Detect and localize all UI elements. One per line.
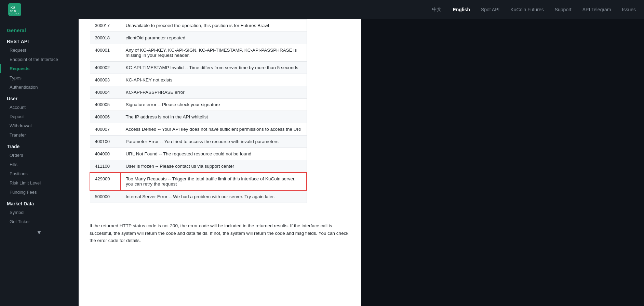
sidebar-item-withdrawal[interactable]: Withdrawal <box>0 121 78 130</box>
sidebar-item-positions[interactable]: Positions <box>0 169 78 178</box>
error-message: Unavailable to proceed the operation, th… <box>121 20 307 32</box>
error-message: clientOid parameter repeated <box>121 32 307 44</box>
error-code: 429000 <box>90 173 121 190</box>
right-dark-area <box>361 19 644 306</box>
error-message: Any of KC-API-KEY, KC-API-SIGN, KC-API-T… <box>121 44 307 62</box>
nav-api-telegram[interactable]: API Telegram <box>582 7 611 12</box>
main-layout: GeneralREST APIRequestEndpoint of the In… <box>0 19 644 306</box>
content-inner: 300017Unavailable to proceed the operati… <box>79 19 318 222</box>
sidebar-item-symbol[interactable]: Symbol <box>0 208 78 217</box>
table-row: 400100Parameter Error -- You tried to ac… <box>90 136 307 148</box>
table-row: 400001Any of KC-API-KEY, KC-API-SIGN, KC… <box>90 44 307 62</box>
error-code: 400100 <box>90 136 121 148</box>
svg-text:FUTURES: FUTURES <box>10 13 19 15</box>
error-code: 400005 <box>90 99 121 111</box>
kucoin-logo-icon: KU COIN FUTURES <box>8 3 21 16</box>
sidebar-group-market-data: Market Data <box>0 197 78 208</box>
error-code: 400001 <box>90 44 121 62</box>
error-message: Internal Server Error -- We had a proble… <box>121 190 307 203</box>
top-nav: KU COIN FUTURES 中文 English Spot API KuCo… <box>0 0 644 19</box>
sidebar-item-orders[interactable]: Orders <box>0 151 78 160</box>
table-row: 400002KC-API-TIMESTAMP Invalid -- Time d… <box>90 62 307 74</box>
sidebar-section-general: General <box>0 25 78 35</box>
sidebar-item-transfer[interactable]: Transfer <box>0 130 78 140</box>
error-table: 300017Unavailable to proceed the operati… <box>90 19 307 203</box>
error-message: Too Many Requests -- Trigger the total t… <box>121 173 307 190</box>
sidebar-group-user: User <box>0 92 78 103</box>
sidebar-item-get-ticker[interactable]: Get Ticker <box>0 217 78 226</box>
table-row: 400005Signature error -- Please check yo… <box>90 99 307 111</box>
error-code: 404000 <box>90 148 121 160</box>
error-message: Signature error -- Please check your sig… <box>121 99 307 111</box>
error-message: KC-API-TIMESTAMP Invalid -- Time differs… <box>121 62 307 74</box>
error-message: KC-API-KEY not exists <box>121 74 307 86</box>
svg-text:KU: KU <box>11 6 15 9</box>
svg-text:COIN: COIN <box>10 10 16 12</box>
error-code: 500000 <box>90 190 121 203</box>
sidebar-item-account[interactable]: Account <box>0 103 78 112</box>
nav-spot-api[interactable]: Spot API <box>481 7 499 12</box>
sidebar-item-authentication[interactable]: Authentication <box>0 82 78 92</box>
error-message: The IP address is not in the API whiteli… <box>121 111 307 123</box>
table-row: 300017Unavailable to proceed the operati… <box>90 20 307 32</box>
error-code: 400003 <box>90 74 121 86</box>
sidebar-item-deposit[interactable]: Deposit <box>0 112 78 121</box>
error-message: User is frozen -- Please contact us via … <box>121 160 307 173</box>
nav-english[interactable]: English <box>453 7 470 12</box>
table-row: 500000Internal Server Error -- We had a … <box>90 190 307 203</box>
sidebar-item-fills[interactable]: Fills <box>0 160 78 169</box>
sidebar-item-requests[interactable]: Requests <box>0 64 78 73</box>
error-message: KC-API-PASSPHRASE error <box>121 86 307 99</box>
error-code: 411100 <box>90 160 121 173</box>
sidebar-scroll-indicator[interactable]: ▼ <box>0 226 78 239</box>
error-code: 400002 <box>90 62 121 74</box>
sidebar-item-risk-limit-level[interactable]: Risk Limit Level <box>0 178 78 188</box>
error-code: 300017 <box>90 20 121 32</box>
table-row: 400003KC-API-KEY not exists <box>90 74 307 86</box>
nav-kucoin-futures[interactable]: KuCoin Futures <box>510 7 544 12</box>
sidebar-item-request[interactable]: Request <box>0 46 78 55</box>
nav-issues[interactable]: Issues <box>622 7 636 12</box>
table-row: 400004KC-API-PASSPHRASE error <box>90 86 307 99</box>
sidebar-item-types[interactable]: Types <box>0 73 78 82</box>
table-row: 400007Access Denied -- Your API key does… <box>90 123 307 136</box>
table-row: 411100User is frozen -- Please contact u… <box>90 160 307 173</box>
error-message: Access Denied -- Your API key does not h… <box>121 123 307 136</box>
logo-area: KU COIN FUTURES <box>8 3 21 16</box>
error-message: Parameter Error -- You tried to access t… <box>121 136 307 148</box>
error-code: 400004 <box>90 86 121 99</box>
nav-support[interactable]: Support <box>555 7 572 12</box>
sidebar-item-funding-fees[interactable]: Funding Fees <box>0 188 78 197</box>
content-area: 300017Unavailable to proceed the operati… <box>79 19 361 306</box>
error-code: 400007 <box>90 123 121 136</box>
error-code: 400006 <box>90 111 121 123</box>
sidebar-group-rest-api: REST API <box>0 35 78 46</box>
sidebar: GeneralREST APIRequestEndpoint of the In… <box>0 19 79 306</box>
footer-text: If the returned HTTP status code is not … <box>79 222 361 255</box>
error-message: URL Not Found -- The requested resource … <box>121 148 307 160</box>
sidebar-item-endpoint-of-the-interface[interactable]: Endpoint of the Interface <box>0 55 78 64</box>
nav-chinese[interactable]: 中文 <box>432 7 442 13</box>
table-row: 400006The IP address is not in the API w… <box>90 111 307 123</box>
error-code: 300018 <box>90 32 121 44</box>
table-row: 404000URL Not Found -- The requested res… <box>90 148 307 160</box>
table-row: 429000Too Many Requests -- Trigger the t… <box>90 173 307 190</box>
nav-links: 中文 English Spot API KuCoin Futures Suppo… <box>432 7 636 13</box>
sidebar-group-trade: Trade <box>0 140 78 151</box>
table-row: 300018clientOid parameter repeated <box>90 32 307 44</box>
